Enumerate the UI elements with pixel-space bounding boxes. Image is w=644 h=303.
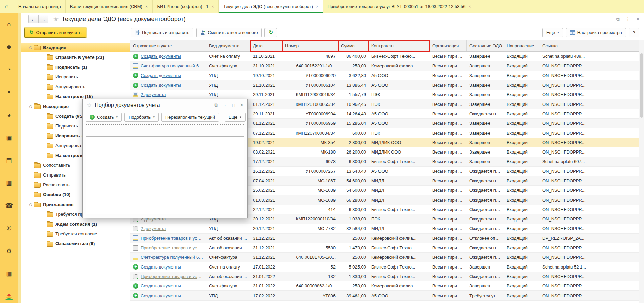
table-row[interactable]: +Создать документыУПД17.02.2022УТ80639 4… [130,291,644,300]
document-link[interactable]: Счет-фактура полученный 64... [141,63,204,68]
table-row[interactable]: 2 документаУПД20.12.2021МС-778232 584,00… [130,224,644,233]
tab-close-icon[interactable]: × [145,4,148,9]
sidebar-item-inv-consent[interactable]: Требуется согласие [21,229,130,239]
table-row[interactable]: +Создать документыУПД19.10.2021УТ0000006… [130,71,644,80]
sidebar-item-inbox-annul[interactable]: Аннулировать [21,82,130,92]
tab-edo-current[interactable]: Текущие дела ЭДО (весь документооборот)× [219,0,323,13]
document-link[interactable]: Создать документы [141,83,181,88]
maximize-icon[interactable]: □ [232,103,235,108]
analysis-icon[interactable]: ◕ [5,111,13,119]
column-header-contragent[interactable]: Контрагент [369,40,430,51]
services-icon[interactable]: ✦ [5,88,13,96]
collaboration-icon[interactable]: ☻ [5,43,13,51]
favorite-star-icon[interactable]: ☆ [87,102,92,109]
table-row[interactable]: +Создать документыСчет-фактура31.01.2022… [130,281,644,291]
sales-icon[interactable]: ▣ [5,134,13,142]
dialog-close-icon[interactable]: × [240,102,243,108]
collapse-icon[interactable]: ⊖ [29,104,34,109]
tab-bit-phone[interactable]: БИТ.Phone (софтфон) - 1× [153,0,219,13]
document-link[interactable]: Приобретение товаров и услу... [141,274,204,279]
document-link[interactable]: 2 документа [141,226,166,231]
table-row[interactable]: Счет-фактура полученный 64...Счет-фактур… [130,253,644,262]
tab-crm-reminders[interactable]: Ваши текущие напоминания (CRM)× [66,0,153,13]
parking-icon[interactable]: ℗ [5,224,13,232]
document-link[interactable]: Создать документы [141,73,181,78]
document-link[interactable]: Создать документы [141,54,181,59]
table-row[interactable]: Счет-фактура полученный 64...Счет-фактур… [130,61,644,71]
form-close-icon[interactable]: × [637,16,639,22]
column-header-org[interactable]: Организация [430,40,467,51]
table-row[interactable]: +Создать документыСчет на оплату11.10.20… [130,52,644,61]
collapse-icon[interactable]: ⊖ [29,202,34,207]
table-row[interactable]: Приобретение товаров и услу...Акт об ока… [130,272,644,281]
dialog-more-button[interactable]: Еще▾ [225,113,246,122]
tab-close-icon[interactable]: × [468,4,471,9]
telephony-icon[interactable]: ☎ [5,202,13,210]
sidebar-item-inbox[interactable]: ⊖Входящие [21,43,130,52]
cell-status: Завершен [467,262,504,272]
refresh-list-button[interactable]: ↻ [264,28,277,37]
column-header-status[interactable]: Состояние ЭДО [467,40,504,51]
scrollbar-thumb[interactable] [640,53,643,118]
document-link[interactable]: Создать документы [141,264,181,270]
column-header-direction[interactable]: Направление [504,40,539,51]
cell-date: 31.01.2022 [250,281,282,290]
document-link[interactable]: Счет-фактура полученный 64... [141,255,204,260]
table-row[interactable]: +Создать документыСчет на оплату17.01.20… [130,262,644,272]
document-link[interactable]: Приобретение товаров и услу... [141,245,204,250]
tab-close-icon[interactable]: × [316,4,319,9]
more-actions-button[interactable]: Еще▾ [542,28,563,37]
tab-home-page[interactable]: Начальная страница [14,0,66,13]
table-row[interactable]: +Создать документыУПД21.10.2021УТ0000006… [130,80,644,90]
get-link-icon[interactable]: ⧉ [616,16,620,22]
dialog-refill-button[interactable]: Перезаполнить текущий [161,113,219,122]
dialog-empty-row[interactable] [86,124,244,135]
collapse-icon[interactable]: ⊖ [29,45,34,50]
cell-text-num: 640.00008862-1/0... [296,283,336,288]
view-settings-button[interactable]: Настройка просмотра [566,28,626,37]
reports-icon[interactable]: ▥ [5,270,13,278]
dialog-create-button[interactable]: + Создать▾ [86,113,122,122]
help-button[interactable]: ? [629,28,639,37]
document-link[interactable]: Создать документы [141,283,181,288]
get-link-icon[interactable]: ⧉ [215,102,218,108]
column-header-date[interactable]: Дата [250,40,282,51]
monitoring-icon[interactable]: ◔ [5,66,13,74]
dialog-menu-icon[interactable]: ⋮ [223,103,227,108]
send-receive-button[interactable]: ↻ Отправить и получить [24,28,86,38]
change-responsible-button[interactable]: Сменить ответственного [196,28,262,37]
vertical-scrollbar[interactable] [639,40,644,303]
table-row[interactable]: 2 документаУПД29.11.2021КМП1129000019/34… [130,90,644,99]
form-menu-icon[interactable]: ⋮ [626,16,630,22]
sidebar-item-inbox-reflect[interactable]: Отразить в учете (23) [21,52,130,62]
home-tab-icon[interactable]: ⌂ [0,0,14,13]
sign-and-send-button[interactable]: Подписать и отправить [131,28,193,37]
dialog-pick-button[interactable]: Подобрать▾ [124,113,159,122]
cell-text-ref: ON_NSCHFDOPPR... [542,178,586,183]
dialog-document-list[interactable] [86,136,244,214]
column-header-link[interactable]: Отражение в учете [130,40,206,51]
column-header-num[interactable]: Номер [282,40,338,51]
home-icon[interactable]: ⌂ [5,20,13,28]
tab-purchase-doc[interactable]: Приобретение товаров и услуг ВГУТ-000051… [323,0,476,13]
sidebar-item-inv-waiting[interactable]: Ждем согласия (1) [21,219,130,229]
column-header-ref[interactable]: Ссылка [539,40,639,51]
settings-icon[interactable]: ⚙ [5,247,13,255]
column-header-vid[interactable]: Вид документа [206,40,250,51]
cell-text-ref: ON_NSCHFDOPPR... [542,73,586,78]
forward-button[interactable]: → [38,15,48,23]
table-row[interactable]: Приобретение товаров и услу...Акт об ока… [130,243,644,253]
sidebar-item-inv-review[interactable]: Ознакомиться (6) [21,239,130,249]
back-button[interactable]: ← [28,15,39,23]
favorite-star-icon[interactable]: ★ [53,15,59,23]
tab-close-icon[interactable]: × [211,4,214,9]
document-link[interactable]: Создать документы [141,293,181,298]
document-link[interactable]: Приобретение товаров и услу... [141,236,204,241]
sidebar-item-inbox-sign[interactable]: Подписать (1) [21,62,130,72]
table-row[interactable]: Приобретение товаров и услу...Акт об ока… [130,234,644,243]
document-link[interactable]: 2 документа [141,92,166,97]
purchases-icon[interactable]: ▤ [5,156,13,164]
catalogs-icon[interactable]: ▦ [5,179,13,187]
sidebar-item-inbox-fix[interactable]: Исправить [21,72,130,82]
column-header-sum[interactable]: Сумма [338,40,369,51]
